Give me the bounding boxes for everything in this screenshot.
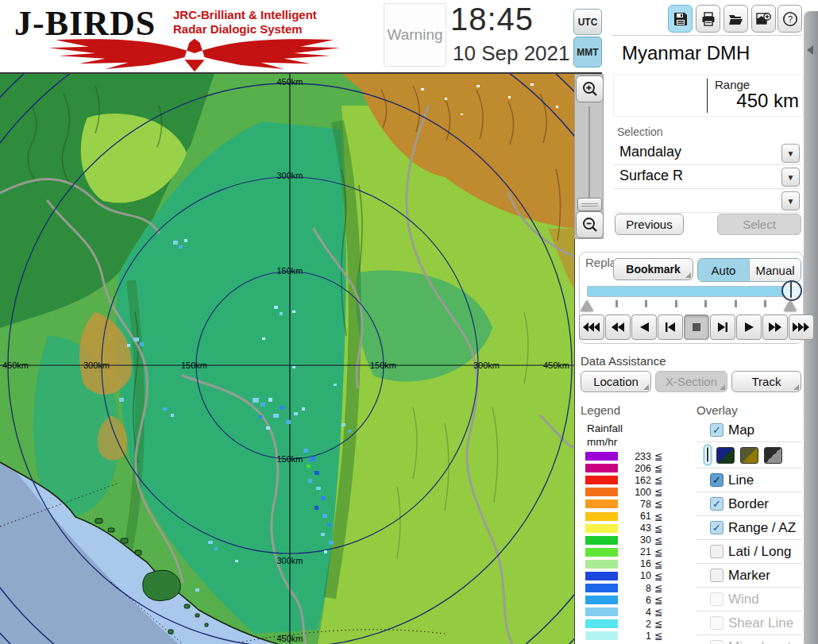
replay-seek-handle[interactable] (781, 280, 802, 301)
map-style-swatch-1[interactable] (707, 447, 708, 462)
stop-button[interactable] (684, 314, 709, 340)
overlay-item-label: Line (728, 472, 754, 488)
chevron-down-icon[interactable]: ▼ (781, 144, 800, 163)
zoom-slider-handle[interactable] (577, 198, 602, 211)
map-style-selector (696, 443, 802, 467)
legend-row: 2≦ (585, 618, 662, 630)
replay-mode-switch: Auto Manual (697, 258, 801, 282)
legend-lte-symbol: ≦ (654, 546, 662, 558)
overlay-item-marker[interactable]: Marker (696, 565, 802, 586)
range-display: Range 450 km (613, 75, 803, 117)
step-forward-button[interactable] (710, 314, 735, 340)
warning-button[interactable]: Warning (384, 3, 446, 67)
help-button[interactable]: ? (777, 5, 802, 33)
menu-corner-icon (720, 384, 725, 390)
bookmark-button[interactable]: Bookmark (613, 258, 693, 280)
checkbox-map[interactable]: ✓ (710, 423, 723, 437)
fastest-forward-button[interactable] (789, 314, 814, 340)
overlay-item-label: Border (728, 496, 769, 512)
legend-scale: 233≦206≦162≦100≦78≦61≦43≦30≦21≦16≦10≦8≦6… (585, 450, 662, 642)
checkbox-marker[interactable] (710, 569, 723, 582)
map-style-swatch-2[interactable] (716, 447, 735, 464)
legend-value: 16 (627, 558, 651, 569)
location-button[interactable]: Location (581, 371, 651, 392)
utc-button[interactable]: UTC (573, 9, 602, 35)
overlay-separator (696, 468, 802, 469)
eagle-icon (12, 33, 377, 73)
step-back-icon (666, 322, 675, 332)
save-button[interactable] (668, 5, 693, 33)
open-folder-button[interactable] (723, 5, 748, 33)
overlay-item-lati-long[interactable]: Lati / Long (696, 541, 802, 562)
previous-button[interactable]: Previous (615, 214, 684, 235)
play-reverse-button[interactable] (631, 314, 657, 340)
legend-color-swatch (585, 524, 618, 533)
step-back-button[interactable] (658, 314, 683, 340)
snapshot-add-button[interactable] (751, 5, 776, 33)
data-assistance-label: Data Assistance (581, 354, 666, 368)
overlay-item-line[interactable]: ✓Line (696, 469, 802, 491)
track-button[interactable]: Track (731, 371, 801, 392)
mmt-button[interactable]: MMT (573, 37, 602, 67)
overlay-item-label: Marker (728, 568, 770, 584)
replay-seek-bar[interactable] (587, 286, 800, 297)
legend-color-swatch (585, 631, 618, 640)
zoom-slider-track[interactable] (588, 106, 590, 203)
legend-row: 78≦ (585, 498, 662, 510)
option-dropdown[interactable]: ▼ (613, 189, 802, 213)
legend-lte-symbol: ≦ (654, 570, 662, 582)
clock-time: 18:45 (450, 2, 534, 37)
ring-label: 450km (276, 634, 303, 643)
zoom-out-button[interactable] (576, 211, 604, 238)
x-section-button: X-Section (655, 371, 727, 392)
menu-corner-icon (643, 384, 649, 390)
collapse-arrow-icon[interactable] (807, 45, 813, 55)
seek-start-marker[interactable] (581, 300, 593, 311)
manual-button[interactable]: Manual (749, 259, 801, 281)
auto-button[interactable]: Auto (698, 259, 749, 281)
overlay-item-range-az[interactable]: ✓Range / AZ (696, 517, 802, 538)
rewind-button[interactable] (605, 314, 631, 340)
checkbox-line[interactable]: ✓ (710, 473, 723, 487)
legend-row: 4≦ (585, 606, 662, 618)
legend-lte-symbol: ≦ (654, 558, 662, 570)
chevron-down-icon[interactable]: ▼ (781, 168, 800, 187)
map-style-swatch-4[interactable] (764, 447, 782, 464)
legend-lte-symbol: ≦ (654, 462, 662, 474)
legend-lte-symbol: ≦ (654, 606, 662, 618)
ring-label: 450km (276, 77, 303, 87)
legend-lte-symbol: ≦ (654, 523, 662, 534)
radar-map[interactable]: 450km300km150km150km300km450km450km300km… (0, 74, 575, 644)
checkbox-border[interactable]: ✓ (710, 497, 723, 511)
legend-color-swatch (585, 512, 618, 521)
ring-label: 150km (276, 454, 303, 464)
legend-lte-symbol: ≦ (654, 582, 662, 594)
seek-end-marker[interactable] (784, 300, 797, 311)
fast-rewind-button[interactable] (579, 314, 604, 340)
legend-row: 8≦ (585, 582, 662, 594)
map-style-swatch-3[interactable] (740, 447, 758, 464)
overlay-separator (696, 611, 802, 611)
logo-tagline: JRC-Brilliant & Intelligent Radar Dialog… (173, 8, 317, 37)
legend-value: 78 (627, 499, 651, 510)
zoom-in-button[interactable] (576, 75, 604, 102)
overlay-item-map[interactable]: ✓Map (696, 419, 802, 441)
menu-corner-icon (793, 384, 799, 390)
chevron-down-icon[interactable]: ▼ (781, 191, 800, 210)
legend-color-swatch (585, 476, 618, 484)
print-button[interactable] (696, 5, 720, 33)
ring-label: 300km (473, 361, 500, 370)
overlay-label: Overlay (696, 403, 738, 417)
selected-map-style[interactable] (703, 444, 712, 466)
fastest-forward-icon (793, 322, 810, 332)
legend-lte-symbol: ≦ (654, 450, 662, 462)
checkbox-range-az[interactable]: ✓ (710, 521, 723, 534)
site-dropdown[interactable]: Mandalay ▼ (613, 141, 802, 165)
product-dropdown[interactable]: Surface R ▼ (613, 165, 802, 189)
play-button[interactable] (736, 314, 762, 340)
fast-forward-button[interactable] (762, 314, 788, 340)
overlay-item-border[interactable]: ✓Border (696, 493, 802, 515)
ring-label: 150km (181, 361, 207, 370)
checkbox-lati-long[interactable] (710, 545, 723, 558)
range-divider (707, 79, 708, 113)
